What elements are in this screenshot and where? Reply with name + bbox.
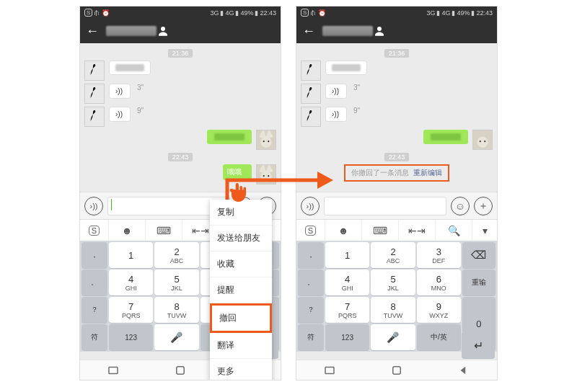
msg-out-selected[interactable]: 哦哦 xyxy=(223,164,252,180)
svg-point-5 xyxy=(260,137,271,148)
voice-toggle-icon[interactable]: ›)) xyxy=(84,197,103,215)
svg-point-0 xyxy=(161,27,165,31)
profile-icon[interactable] xyxy=(157,24,169,37)
kb-dropdown-icon[interactable]: ▾ xyxy=(472,220,497,241)
sogou-logo-icon[interactable]: S xyxy=(80,220,109,241)
avatar-swan[interactable] xyxy=(301,61,321,81)
key-7[interactable]: 7PQRS xyxy=(325,297,369,323)
input-bar: ›)) ☺ ＋ xyxy=(296,192,497,219)
ctx-translate[interactable]: 翻译 xyxy=(210,333,272,359)
back-icon[interactable]: ← xyxy=(86,24,99,39)
key-5[interactable]: 5JKL xyxy=(154,270,198,295)
key-comma[interactable]: ， xyxy=(82,242,107,268)
key-4[interactable]: 4GHI xyxy=(109,270,153,295)
avatar-swan[interactable] xyxy=(84,61,105,81)
kb-emoji-icon[interactable]: ☻ xyxy=(109,220,146,241)
svg-point-7 xyxy=(268,141,269,142)
key-backspace[interactable]: ⌫ xyxy=(462,242,495,268)
key-1[interactable]: 1 xyxy=(109,242,153,268)
android-nav xyxy=(296,360,497,380)
voice-duration: 9" xyxy=(137,107,144,115)
ctx-forward[interactable]: 发送给朋友 xyxy=(210,226,272,251)
avatar-swan[interactable] xyxy=(84,107,105,127)
key-symbols[interactable]: 符 xyxy=(298,324,324,350)
key-4[interactable]: 4GHI xyxy=(325,270,369,295)
chat-title-blurred xyxy=(106,26,157,36)
msg-out-text: 哦哦 xyxy=(227,167,242,177)
tap-hand-icon xyxy=(228,179,250,205)
key-123[interactable]: 123 xyxy=(109,324,153,350)
ctx-recall[interactable]: 撤回 xyxy=(210,303,272,333)
svg-rect-3 xyxy=(85,107,104,126)
msg-out[interactable] xyxy=(207,130,252,144)
key-6[interactable]: 6MNO xyxy=(417,270,461,295)
recall-notice: 你撤回了一条消息 重新编辑 xyxy=(344,164,450,182)
key-123[interactable]: 123 xyxy=(325,324,369,350)
key-reinput[interactable]: 重输 xyxy=(462,270,495,295)
avatar-swan[interactable] xyxy=(84,84,105,104)
avatar-cat[interactable] xyxy=(256,130,276,150)
recent-icon[interactable] xyxy=(323,364,336,377)
msg-out[interactable] xyxy=(423,130,468,144)
key-2[interactable]: 2ABC xyxy=(154,242,198,268)
message-input[interactable] xyxy=(324,197,446,215)
key-enter[interactable]: ↵ xyxy=(462,332,495,358)
msg-voice-in[interactable]: ›)) xyxy=(109,107,131,122)
net-3g: 3G xyxy=(210,9,219,17)
key-question[interactable]: ？ xyxy=(82,297,107,323)
ctx-more[interactable]: 更多 xyxy=(210,359,272,380)
avatar-cat[interactable] xyxy=(256,164,276,184)
plus-icon[interactable]: ＋ xyxy=(474,197,493,215)
kb-emoji-icon[interactable]: ☻ xyxy=(325,220,362,241)
msg-text-in[interactable] xyxy=(325,61,367,75)
voice-duration: 3" xyxy=(353,84,360,92)
avatar-swan[interactable] xyxy=(301,84,321,104)
home-icon[interactable] xyxy=(174,364,187,377)
key-2[interactable]: 2ABC xyxy=(371,242,415,268)
avatar-swan[interactable] xyxy=(301,107,321,127)
key-3[interactable]: 3DEF xyxy=(417,242,461,268)
kb-search-icon[interactable]: 🔍 xyxy=(436,220,472,241)
ctx-remind[interactable]: 提醒 xyxy=(210,277,272,303)
avatar-cat[interactable] xyxy=(472,130,493,150)
key-question[interactable]: ？ xyxy=(298,297,324,323)
ctx-favorite[interactable]: 收藏 xyxy=(210,251,272,277)
voice-wave-icon: ›)) xyxy=(332,87,339,95)
key-1[interactable]: 1 xyxy=(325,242,369,268)
mic-icon: 🎤 xyxy=(170,331,182,343)
key-comma[interactable]: ， xyxy=(298,242,324,268)
key-period[interactable]: 。 xyxy=(82,270,107,295)
key-cn-en[interactable]: 中/英 xyxy=(417,324,461,350)
key-7[interactable]: 7PQRS xyxy=(109,297,153,323)
emoji-icon[interactable]: ☺ xyxy=(451,197,470,215)
back-icon[interactable]: ← xyxy=(302,24,315,39)
kb-keyboard-icon[interactable]: ⌨ xyxy=(146,220,182,241)
back-nav-icon[interactable] xyxy=(457,364,470,377)
msg-voice-in[interactable]: ›)) xyxy=(109,84,131,99)
voice-toggle-icon[interactable]: ›)) xyxy=(301,197,320,215)
key-period[interactable]: 。 xyxy=(298,270,324,295)
net-3g: 3G xyxy=(426,9,435,17)
msg-text-in[interactable] xyxy=(109,61,151,75)
kb-cursor-icon[interactable]: ⇤⇥ xyxy=(399,220,436,241)
key-symbols[interactable]: 符 xyxy=(82,324,107,350)
sogou-logo-icon[interactable]: S xyxy=(296,220,325,241)
kb-keyboard-icon[interactable]: ⌨ xyxy=(362,220,399,241)
key-9[interactable]: 9WXYZ xyxy=(417,297,461,323)
recent-icon[interactable] xyxy=(107,364,120,377)
msg-voice-in[interactable]: ›)) xyxy=(325,84,347,99)
key-5[interactable]: 5JKL xyxy=(371,270,415,295)
timestamp: 21:36 xyxy=(168,49,193,58)
recall-reedit-link[interactable]: 重新编辑 xyxy=(413,169,442,177)
key-mic[interactable]: 🎤 xyxy=(154,324,198,350)
battery-icon: ▮ xyxy=(471,9,475,17)
key-mic[interactable]: 🎤 xyxy=(371,324,415,350)
key-8[interactable]: 8TUVW xyxy=(371,297,415,323)
key-8[interactable]: 8TUVW xyxy=(154,297,198,323)
svg-point-14 xyxy=(377,27,382,31)
msg-voice-in[interactable]: ›)) xyxy=(325,107,347,122)
home-icon[interactable] xyxy=(390,364,403,377)
svg-rect-17 xyxy=(301,107,320,126)
profile-icon[interactable] xyxy=(373,24,386,37)
svg-rect-12 xyxy=(109,367,118,373)
